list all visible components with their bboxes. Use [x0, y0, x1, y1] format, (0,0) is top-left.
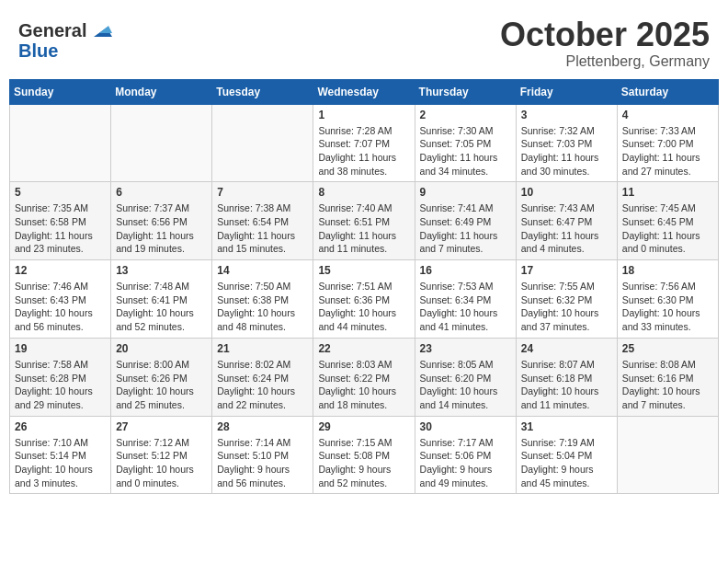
day-info: Sunrise: 7:51 AM Sunset: 6:36 PM Dayligh… [318, 280, 409, 334]
day-info: Sunrise: 7:58 AM Sunset: 6:28 PM Dayligh… [15, 358, 106, 412]
day-info: Sunrise: 7:46 AM Sunset: 6:43 PM Dayligh… [15, 280, 106, 334]
header-saturday: Saturday [617, 79, 718, 104]
calendar-week-4: 19Sunrise: 7:58 AM Sunset: 6:28 PM Dayli… [10, 338, 719, 416]
day-number: 25 [622, 342, 713, 355]
calendar-cell: 21Sunrise: 8:02 AM Sunset: 6:24 PM Dayli… [212, 338, 313, 416]
calendar-cell: 30Sunrise: 7:17 AM Sunset: 5:06 PM Dayli… [415, 416, 516, 494]
calendar-cell: 31Sunrise: 7:19 AM Sunset: 5:04 PM Dayli… [516, 416, 617, 494]
day-info: Sunrise: 7:15 AM Sunset: 5:08 PM Dayligh… [318, 436, 409, 490]
calendar-cell: 8Sunrise: 7:40 AM Sunset: 6:51 PM Daylig… [313, 182, 415, 260]
day-number: 5 [15, 186, 106, 199]
header: General Blue October 2025 Plettenberg, G… [9, 9, 719, 75]
day-number: 20 [116, 342, 207, 355]
day-number: 26 [15, 420, 106, 433]
day-number: 19 [15, 342, 106, 355]
calendar-cell: 15Sunrise: 7:51 AM Sunset: 6:36 PM Dayli… [313, 260, 415, 339]
day-info: Sunrise: 8:05 AM Sunset: 6:20 PM Dayligh… [420, 358, 511, 412]
calendar-cell: 24Sunrise: 8:07 AM Sunset: 6:18 PM Dayli… [516, 338, 617, 416]
day-info: Sunrise: 8:00 AM Sunset: 6:26 PM Dayligh… [116, 358, 207, 412]
day-number: 27 [116, 420, 207, 433]
day-info: Sunrise: 7:33 AM Sunset: 7:00 PM Dayligh… [622, 124, 713, 178]
day-info: Sunrise: 7:43 AM Sunset: 6:47 PM Dayligh… [521, 201, 612, 256]
day-info: Sunrise: 7:19 AM Sunset: 5:04 PM Dayligh… [521, 436, 612, 490]
day-number: 21 [217, 342, 308, 355]
logo: General Blue [18, 17, 114, 62]
day-info: Sunrise: 7:55 AM Sunset: 6:32 PM Dayligh… [521, 280, 612, 334]
calendar-cell: 22Sunrise: 8:03 AM Sunset: 6:22 PM Dayli… [313, 338, 415, 416]
day-number: 2 [420, 109, 511, 121]
day-number: 8 [318, 186, 409, 199]
svg-marker-1 [99, 26, 112, 33]
day-info: Sunrise: 7:12 AM Sunset: 5:12 PM Dayligh… [116, 436, 207, 490]
calendar-body: 1Sunrise: 7:28 AM Sunset: 7:07 PM Daylig… [10, 104, 719, 494]
day-info: Sunrise: 7:40 AM Sunset: 6:51 PM Dayligh… [318, 201, 409, 256]
day-number: 9 [420, 186, 511, 199]
calendar-cell [111, 104, 212, 182]
day-info: Sunrise: 7:53 AM Sunset: 6:34 PM Dayligh… [420, 280, 511, 334]
calendar-week-5: 26Sunrise: 7:10 AM Sunset: 5:14 PM Dayli… [10, 416, 719, 494]
calendar-cell: 28Sunrise: 7:14 AM Sunset: 5:10 PM Dayli… [212, 416, 313, 494]
day-info: Sunrise: 8:08 AM Sunset: 6:16 PM Dayligh… [622, 358, 713, 412]
calendar-cell: 13Sunrise: 7:48 AM Sunset: 6:41 PM Dayli… [111, 260, 212, 339]
day-number: 24 [521, 342, 612, 355]
day-number: 22 [318, 342, 409, 355]
calendar-cell: 5Sunrise: 7:35 AM Sunset: 6:58 PM Daylig… [10, 182, 111, 260]
calendar-cell: 17Sunrise: 7:55 AM Sunset: 6:32 PM Dayli… [516, 260, 617, 339]
day-info: Sunrise: 8:02 AM Sunset: 6:24 PM Dayligh… [217, 358, 308, 412]
day-number: 23 [420, 342, 511, 355]
calendar-cell: 26Sunrise: 7:10 AM Sunset: 5:14 PM Dayli… [10, 416, 111, 494]
calendar-cell: 1Sunrise: 7:28 AM Sunset: 7:07 PM Daylig… [313, 104, 415, 182]
calendar-cell: 27Sunrise: 7:12 AM Sunset: 5:12 PM Dayli… [111, 416, 212, 494]
header-monday: Monday [111, 79, 212, 104]
day-info: Sunrise: 7:38 AM Sunset: 6:54 PM Dayligh… [217, 201, 308, 256]
logo-general: General [18, 20, 86, 41]
calendar-cell: 2Sunrise: 7:30 AM Sunset: 7:05 PM Daylig… [415, 104, 516, 182]
day-number: 29 [318, 420, 409, 433]
header-thursday: Thursday [415, 79, 516, 104]
header-friday: Friday [516, 79, 617, 104]
calendar-cell: 9Sunrise: 7:41 AM Sunset: 6:49 PM Daylig… [415, 182, 516, 260]
day-number: 31 [521, 420, 612, 433]
calendar-cell: 23Sunrise: 8:05 AM Sunset: 6:20 PM Dayli… [415, 338, 516, 416]
day-info: Sunrise: 7:41 AM Sunset: 6:49 PM Dayligh… [420, 201, 511, 256]
day-info: Sunrise: 7:14 AM Sunset: 5:10 PM Dayligh… [217, 436, 308, 490]
day-number: 28 [217, 420, 308, 433]
calendar: Sunday Monday Tuesday Wednesday Thursday… [9, 79, 719, 495]
day-info: Sunrise: 7:50 AM Sunset: 6:38 PM Dayligh… [217, 280, 308, 334]
day-number: 30 [420, 420, 511, 433]
header-wednesday: Wednesday [313, 79, 415, 104]
header-sunday: Sunday [10, 79, 111, 104]
day-info: Sunrise: 7:56 AM Sunset: 6:30 PM Dayligh… [622, 280, 713, 334]
location: Plettenberg, Germany [500, 53, 710, 70]
day-info: Sunrise: 7:32 AM Sunset: 7:03 PM Dayligh… [521, 124, 612, 178]
day-number: 3 [521, 109, 612, 121]
calendar-cell: 20Sunrise: 8:00 AM Sunset: 6:26 PM Dayli… [111, 338, 212, 416]
day-number: 16 [420, 264, 511, 277]
calendar-cell: 18Sunrise: 7:56 AM Sunset: 6:30 PM Dayli… [617, 260, 718, 339]
day-info: Sunrise: 7:28 AM Sunset: 7:07 PM Dayligh… [318, 124, 409, 178]
day-info: Sunrise: 7:30 AM Sunset: 7:05 PM Dayligh… [420, 124, 511, 178]
calendar-cell [10, 104, 111, 182]
title-section: October 2025 Plettenberg, Germany [500, 17, 710, 70]
calendar-cell: 11Sunrise: 7:45 AM Sunset: 6:45 PM Dayli… [617, 182, 718, 260]
day-info: Sunrise: 7:37 AM Sunset: 6:56 PM Dayligh… [116, 201, 207, 256]
day-number: 4 [622, 109, 713, 121]
day-info: Sunrise: 7:45 AM Sunset: 6:45 PM Dayligh… [622, 201, 713, 256]
day-number: 1 [318, 109, 409, 121]
day-info: Sunrise: 8:07 AM Sunset: 6:18 PM Dayligh… [521, 358, 612, 412]
calendar-cell: 25Sunrise: 8:08 AM Sunset: 6:16 PM Dayli… [617, 338, 718, 416]
day-info: Sunrise: 8:03 AM Sunset: 6:22 PM Dayligh… [318, 358, 409, 412]
day-number: 6 [116, 186, 207, 199]
calendar-cell [617, 416, 718, 494]
day-number: 17 [521, 264, 612, 277]
calendar-week-2: 5Sunrise: 7:35 AM Sunset: 6:58 PM Daylig… [10, 182, 719, 260]
day-number: 11 [622, 186, 713, 199]
day-number: 14 [217, 264, 308, 277]
calendar-cell: 10Sunrise: 7:43 AM Sunset: 6:47 PM Dayli… [516, 182, 617, 260]
calendar-cell: 14Sunrise: 7:50 AM Sunset: 6:38 PM Dayli… [212, 260, 313, 339]
calendar-cell: 12Sunrise: 7:46 AM Sunset: 6:43 PM Dayli… [10, 260, 111, 339]
day-number: 15 [318, 264, 409, 277]
day-info: Sunrise: 7:48 AM Sunset: 6:41 PM Dayligh… [116, 280, 207, 334]
day-info: Sunrise: 7:35 AM Sunset: 6:58 PM Dayligh… [15, 201, 106, 256]
logo-icon [86, 17, 114, 44]
